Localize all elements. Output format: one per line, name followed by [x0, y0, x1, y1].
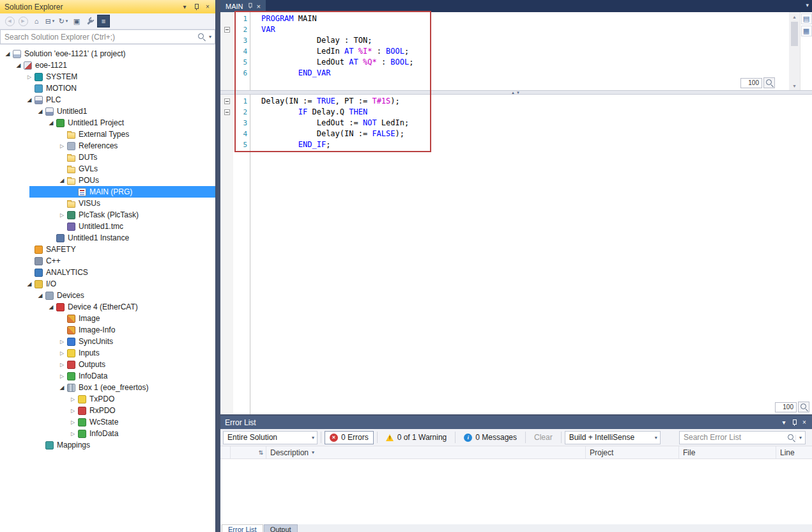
collapsed-arrow-icon[interactable]: ▷ [68, 396, 78, 402]
tree-item-outputs[interactable]: ▷Outputs [0, 359, 215, 370]
scroll-down-icon[interactable]: ▼ [792, 81, 797, 90]
tree-item-system[interactable]: ▷SYSTEM [0, 71, 215, 82]
zoom-level[interactable]: 100 [740, 78, 762, 88]
expanded-arrow-icon[interactable]: ◢ [13, 62, 24, 68]
tree-item-solution-eoe-1121-1-project[interactable]: ◢Solution 'eoe-1121' (1 project) [0, 48, 215, 59]
search-icon[interactable] [197, 33, 206, 41]
back-icon[interactable]: ◀ [3, 15, 16, 27]
scroll-thumb[interactable] [791, 22, 798, 46]
tree-item-infodata[interactable]: ▷InfoData [0, 370, 215, 382]
collapsed-arrow-icon[interactable]: ▷ [68, 419, 78, 425]
search-dropdown-icon[interactable]: ▾ [206, 34, 215, 40]
code-text[interactable]: PROGRAM MAIN [250, 13, 317, 24]
fold-toggle-icon[interactable] [220, 98, 233, 104]
expanded-arrow-icon[interactable]: ◢ [3, 51, 13, 57]
show-all-files-icon[interactable]: ▣ [70, 15, 83, 27]
tree-item-analytics[interactable]: ANALYTICS [0, 267, 215, 278]
code-text[interactable]: VAR [250, 24, 275, 35]
error-search-input[interactable] [680, 433, 787, 442]
search-input[interactable] [1, 33, 197, 42]
tree-item-references[interactable]: ▷References [0, 140, 215, 152]
tab-pin-icon[interactable] [247, 2, 253, 11]
tab-main[interactable]: MAIN × [220, 0, 266, 12]
search-icon[interactable] [787, 434, 795, 442]
tab-error-list[interactable]: Error List [222, 524, 263, 532]
pane-splitter[interactable]: ▲▼ [220, 90, 812, 95]
collapsed-arrow-icon[interactable]: ▷ [57, 373, 67, 379]
code-text[interactable]: Delay(IN := FALSE); [250, 129, 404, 139]
window-position-icon[interactable]: ▾ [779, 418, 789, 428]
tree-item-duts[interactable]: DUTs [0, 152, 215, 163]
code-text[interactable]: Delay(IN := TRUE, PT := T#1S); [250, 96, 400, 107]
tree-item-untitled1-project[interactable]: ◢Untitled1 Project [0, 117, 215, 129]
messages-filter-button[interactable]: i 0 Messages [459, 431, 522, 444]
tabular-view-icon[interactable]: ▦ [801, 26, 812, 36]
clear-button[interactable]: Clear [529, 431, 558, 444]
errors-filter-button[interactable]: × 0 Errors [325, 431, 374, 444]
tree-item-external-types[interactable]: External Types [0, 129, 215, 140]
tree-item-infodata[interactable]: ▷InfoData [0, 428, 215, 439]
code-text[interactable]: LedIn AT %I* : BOOL; [250, 46, 409, 57]
tree-item-inputs[interactable]: ▷Inputs [0, 347, 215, 359]
code-text[interactable]: END_VAR [250, 68, 330, 79]
code-text[interactable]: END_IF; [250, 139, 330, 150]
tab-close-icon[interactable]: × [257, 3, 261, 10]
close-icon[interactable]: × [799, 418, 809, 428]
pin-icon[interactable] [191, 2, 201, 12]
expanded-arrow-icon[interactable]: ◢ [24, 97, 34, 103]
tree-item-devices[interactable]: ◢Devices [0, 290, 215, 301]
column-line[interactable]: Line [776, 446, 812, 458]
zoom-level[interactable]: 100 [775, 402, 797, 412]
column-project[interactable]: Project [586, 446, 679, 458]
editor-scrollbar[interactable]: ▲ ▼ [789, 12, 800, 90]
home-icon[interactable]: ⌂ [30, 15, 43, 27]
close-icon[interactable]: × [203, 2, 213, 12]
scroll-up-icon[interactable]: ▲ [792, 12, 797, 21]
tree-item-image[interactable]: Image [0, 313, 215, 324]
collapsed-arrow-icon[interactable]: ▷ [57, 350, 67, 356]
tree-item-image-info[interactable]: Image-Info [0, 324, 215, 336]
collapsed-arrow-icon[interactable]: ▷ [68, 431, 78, 437]
preview-selected-items-icon[interactable]: ≡ [97, 15, 110, 27]
tree-item-device-4-ethercat[interactable]: ◢Device 4 (EtherCAT) [0, 301, 215, 313]
expanded-arrow-icon[interactable]: ◢ [46, 120, 56, 126]
tree-item-untitled1[interactable]: ◢Untitled1 [0, 106, 215, 117]
window-position-icon[interactable]: ▾ [180, 2, 190, 12]
code-text[interactable]: LedOut AT %Q* : BOOL; [250, 57, 413, 68]
column-file[interactable]: File [679, 446, 776, 458]
tree-item-syncunits[interactable]: ▷SyncUnits [0, 336, 215, 347]
category-filter-dropdown[interactable]: Build + IntelliSense ▾ [565, 431, 661, 444]
tree-item-plc[interactable]: ◢PLC [0, 94, 215, 106]
declaration-view-icon[interactable]: ▤ [801, 13, 812, 24]
pin-icon[interactable] [789, 418, 799, 428]
tree-item-gvls[interactable]: GVLs [0, 163, 215, 175]
tree-item-untitled1-instance[interactable]: Untitled1 Instance [0, 232, 215, 244]
tree-item-c[interactable]: C++ [0, 255, 215, 267]
forward-icon[interactable]: ▶ [17, 15, 29, 27]
zoom-icon[interactable] [798, 402, 809, 412]
tree-item-motion[interactable]: MOTION [0, 82, 215, 94]
expanded-arrow-icon[interactable]: ◢ [46, 304, 56, 310]
warnings-filter-button[interactable]: ! 0 of 1 Warning [381, 431, 452, 444]
tree-item-pous[interactable]: ◢POUs [0, 175, 215, 186]
sync-with-active-document-icon[interactable]: ↻▾ [57, 15, 70, 27]
collapsed-arrow-icon[interactable]: ▷ [57, 212, 67, 218]
tree-item-main-prg[interactable]: MAIN (PRG) [0, 186, 215, 198]
tree-item-wcstate[interactable]: ▷WcState [0, 416, 215, 428]
fold-toggle-icon[interactable] [220, 27, 233, 33]
column-description[interactable]: Description ▾ [266, 446, 586, 458]
properties-icon[interactable] [84, 15, 96, 27]
collapse-all-icon[interactable]: ⊟▾ [43, 15, 56, 27]
expanded-arrow-icon[interactable]: ◢ [35, 108, 45, 114]
collapsed-arrow-icon[interactable]: ▷ [57, 143, 67, 149]
tree-item-plctask-plctask[interactable]: ▷PlcTask (PlcTask) [0, 209, 215, 221]
tab-output[interactable]: Output [264, 524, 298, 532]
tree-item-safety[interactable]: SAFETY [0, 244, 215, 255]
tree-item-box-1-eoe-freertos[interactable]: ◢Box 1 (eoe_freertos) [0, 382, 215, 393]
search-dropdown-icon[interactable]: ▾ [795, 435, 805, 441]
tree-item-mappings[interactable]: Mappings [0, 439, 215, 451]
scope-filter-dropdown[interactable]: Entire Solution ▾ [223, 431, 318, 444]
expanded-arrow-icon[interactable]: ◢ [57, 384, 67, 391]
zoom-icon[interactable] [763, 77, 775, 88]
collapsed-arrow-icon[interactable]: ▷ [24, 74, 34, 80]
